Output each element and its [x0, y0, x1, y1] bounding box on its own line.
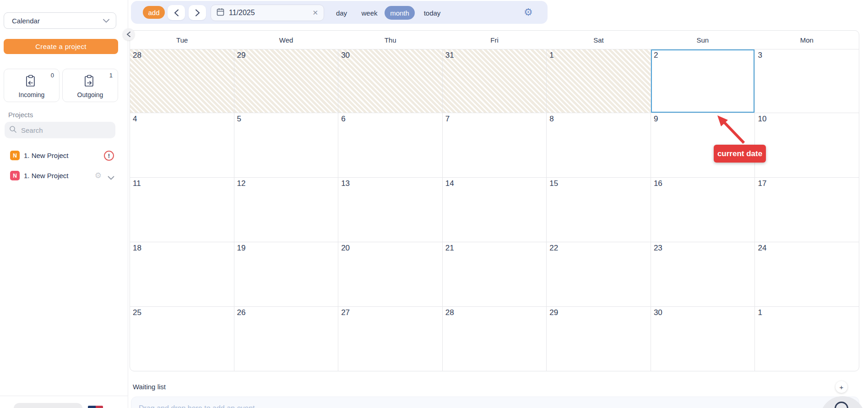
chevron-down-icon	[103, 16, 109, 25]
calendar-cell[interactable]: 24	[755, 242, 859, 306]
date-number: 25	[133, 308, 141, 317]
view-week-button[interactable]: week	[357, 6, 382, 20]
outgoing-clipboard-icon	[83, 75, 95, 89]
calendar-cell[interactable]: 10	[755, 113, 859, 177]
sidebar-divider	[0, 396, 128, 396]
calendar-cell[interactable]: 29	[234, 49, 339, 113]
week-row: 2526272829301	[130, 306, 859, 371]
calendar-cell[interactable]: 17	[755, 178, 859, 242]
calendar-cell[interactable]: 22	[547, 242, 651, 306]
date-number: 1	[758, 308, 762, 317]
calendar-cell[interactable]: 7	[443, 113, 547, 177]
waiting-list-add-button[interactable]: +	[835, 381, 847, 393]
waiting-list-placeholder: Drag and drop here to add an event	[139, 404, 255, 408]
incoming-count: 0	[51, 72, 54, 79]
calendar-cell[interactable]: 28	[443, 307, 547, 371]
calendar-cell[interactable]: 14	[443, 178, 547, 242]
calendar-cell[interactable]: 23	[651, 242, 755, 306]
view-today-button[interactable]: today	[419, 6, 445, 20]
project-settings-gear-icon[interactable]: ⚙	[95, 172, 102, 180]
calendar-cell[interactable]: 19	[234, 242, 339, 306]
week-row: 11121314151617	[130, 177, 859, 242]
date-number: 28	[133, 51, 141, 60]
project-item[interactable]: N1. New Project⚙	[0, 166, 128, 186]
day-header: Wed	[234, 31, 338, 49]
outgoing-label: Outgoing	[63, 91, 118, 98]
calendar-cell[interactable]: 11	[130, 178, 234, 242]
calendar-cell[interactable]: 29	[547, 307, 651, 371]
date-number: 8	[549, 114, 553, 124]
calendar-cell[interactable]: 3	[755, 49, 859, 113]
clear-date-icon[interactable]: ✕	[312, 9, 318, 17]
sidebar-collapse-button[interactable]	[123, 28, 135, 40]
calendar-cell[interactable]: 13	[338, 178, 443, 242]
calendar-cell[interactable]: 6	[338, 113, 443, 177]
date-number: 21	[445, 244, 454, 253]
language-flag-icon[interactable]	[88, 406, 103, 408]
date-number: 17	[758, 179, 766, 188]
date-number: 30	[341, 51, 350, 60]
view-day-button[interactable]: day	[331, 6, 352, 20]
calendar-cell[interactable]: 12	[234, 178, 339, 242]
date-number: 29	[237, 51, 246, 60]
prev-period-button[interactable]	[168, 5, 185, 20]
calendar-cell[interactable]: 15	[547, 178, 651, 242]
calendar-cell[interactable]: 30	[338, 49, 443, 113]
incoming-card[interactable]: 0 Incoming	[4, 69, 60, 102]
date-input[interactable]	[229, 9, 302, 17]
calendar-cell[interactable]: 31	[443, 49, 547, 113]
date-number: 12	[237, 179, 246, 188]
date-number: 10	[758, 114, 766, 124]
calendar-cell[interactable]: 18	[130, 242, 234, 306]
calendar-cell[interactable]: 26	[234, 307, 339, 371]
calendar-cell[interactable]: 16	[651, 178, 755, 242]
date-number: 11	[133, 179, 141, 188]
calendar-cell[interactable]: 1	[755, 307, 859, 371]
date-number: 18	[133, 244, 141, 253]
date-number: 5	[237, 114, 241, 124]
headset-icon	[835, 402, 848, 408]
waiting-list-dropzone[interactable]: Drag and drop here to add an event	[131, 397, 859, 408]
sidebar-bottom-widget[interactable]	[14, 403, 82, 408]
chevron-right-icon	[195, 9, 200, 16]
view-select[interactable]: Calendar	[4, 12, 116, 29]
calendar-cell[interactable]: 30	[651, 307, 755, 371]
calendar-cell[interactable]: 4	[130, 113, 234, 177]
outgoing-count: 1	[109, 72, 113, 79]
project-search[interactable]	[5, 122, 115, 138]
next-period-button[interactable]	[189, 5, 206, 20]
calendar-cell[interactable]: 27	[338, 307, 443, 371]
project-avatar: N	[10, 171, 20, 180]
calendar-cell[interactable]: 5	[234, 113, 339, 177]
date-number: 4	[133, 114, 137, 124]
create-project-button[interactable]: Create a project	[4, 39, 118, 54]
date-number: 1	[549, 51, 553, 60]
calendar-cell[interactable]: 20	[338, 242, 443, 306]
day-header: Thu	[338, 31, 442, 49]
calendar-cell[interactable]: 25	[130, 307, 234, 371]
date-number: 9	[654, 114, 658, 124]
add-event-button[interactable]: add	[143, 6, 165, 19]
calendar-cell-current-date[interactable]: 2	[651, 49, 755, 113]
date-number: 27	[341, 308, 350, 317]
view-month-button[interactable]: month	[385, 6, 415, 20]
calendar-cell[interactable]: 1	[547, 49, 651, 113]
search-input[interactable]	[21, 126, 99, 134]
project-alert-icon[interactable]: !	[104, 151, 114, 161]
settings-gear-icon[interactable]: ⚙	[524, 7, 533, 18]
date-number: 13	[341, 179, 350, 188]
view-select-value: Calendar	[12, 17, 103, 25]
date-number: 20	[341, 244, 350, 253]
project-expand-chevron-icon[interactable]	[108, 174, 114, 182]
date-picker-field[interactable]: ✕	[211, 5, 324, 21]
calendar-cell[interactable]: 21	[443, 242, 547, 306]
week-row: 28293031123	[130, 49, 859, 113]
project-item[interactable]: N1. New Project!	[0, 146, 128, 166]
calendar-icon	[217, 8, 224, 18]
date-number: 23	[654, 244, 662, 253]
calendar-cell[interactable]: 28	[130, 49, 234, 113]
date-number: 29	[549, 308, 558, 317]
outgoing-card[interactable]: 1 Outgoing	[62, 69, 118, 102]
calendar-cell[interactable]: 8	[547, 113, 651, 177]
sidebar: Calendar Create a project 0 Incoming 1 O…	[0, 0, 128, 408]
